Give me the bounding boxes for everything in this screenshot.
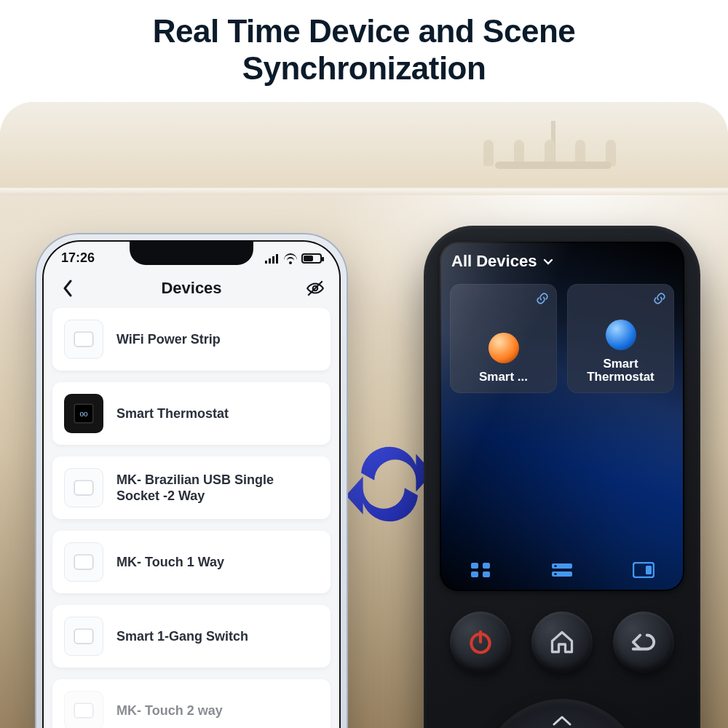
device-thumb [64,617,103,656]
device-dot-icon [488,333,519,363]
tile-label: Smart Thermostat [576,357,665,384]
status-time: 17:26 [61,250,95,266]
device-label: WiFi Power Strip [116,331,221,348]
device-label: MK- Touch 2 way [116,703,223,719]
device-thumb [64,691,103,728]
svg-rect-7 [74,629,93,644]
phone-frame: 17:26 Devices WiFi Power Strip00Smart Th… [35,233,348,728]
device-label: MK- Touch 1 Way [116,554,224,571]
dpad[interactable] [478,699,646,728]
remote-dropdown-label: All Devices [451,252,537,271]
link-icon [535,291,550,309]
remote-hard-buttons [440,612,684,673]
device-label: Smart 1-Gang Switch [116,628,248,645]
screen-title: Devices [161,279,221,298]
device-dot-icon [606,320,636,350]
power-button[interactable] [450,612,511,673]
nav-panel-icon[interactable] [627,559,660,581]
return-button[interactable] [613,612,674,673]
chevron-down-icon [542,256,554,267]
page-title: Real Time Device and Scene Synchronizati… [0,0,728,92]
device-label: Smart Thermostat [116,405,229,422]
phone-notch [130,240,253,265]
background-scene: 17:26 Devices WiFi Power Strip00Smart Th… [0,102,728,728]
device-row[interactable]: MK- Brazilian USB Single Socket -2 Way [52,456,331,519]
svg-rect-9 [471,563,478,569]
svg-rect-18 [646,566,652,574]
device-thumb: 00 [64,394,103,433]
device-tiles: Smart ...Smart Thermostat [450,284,674,393]
nav-grid-icon[interactable] [464,559,497,581]
svg-rect-10 [483,563,490,569]
device-thumb [64,468,103,507]
home-button[interactable] [531,612,593,673]
device-tile[interactable]: Smart ... [450,284,557,393]
device-row[interactable]: WiFi Power Strip [52,308,331,371]
tile-label: Smart ... [459,371,548,384]
dpad-up-icon[interactable] [551,713,573,728]
svg-point-16 [554,573,556,575]
svg-text:00: 00 [79,410,88,418]
svg-rect-12 [483,571,490,577]
remote-screen[interactable]: All Devices Smart ...Smart Thermostat [440,242,684,591]
remote-dropdown[interactable]: All Devices [451,252,554,271]
cellular-icon [265,253,280,264]
device-thumb [64,542,103,582]
device-row[interactable]: MK- Touch 2 way [52,679,331,728]
visibility-toggle[interactable] [306,279,325,298]
sync-icon [342,437,437,531]
nav-list-icon[interactable] [545,559,579,581]
svg-rect-8 [74,703,93,718]
link-icon [652,291,667,309]
device-tile[interactable]: Smart Thermostat [567,284,674,393]
device-list[interactable]: WiFi Power Strip00Smart ThermostatMK- Br… [42,308,341,728]
svg-rect-11 [471,571,478,577]
app-header: Devices [42,266,341,308]
svg-rect-6 [74,555,93,569]
device-label: MK- Brazilian USB Single Socket -2 Way [116,472,319,505]
device-thumb [64,320,103,359]
svg-rect-2 [74,332,93,347]
device-row[interactable]: Smart 1-Gang Switch [52,605,331,668]
svg-point-15 [554,565,556,567]
remote-frame: All Devices Smart ...Smart Thermostat [424,226,700,728]
device-row[interactable]: 00Smart Thermostat [52,382,331,445]
svg-rect-5 [74,480,93,495]
back-button[interactable] [58,279,77,298]
remote-bottom-nav [440,559,684,581]
battery-icon [301,253,322,264]
phone-screen: 17:26 Devices WiFi Power Strip00Smart Th… [42,240,341,728]
wifi-icon [284,253,297,264]
device-row[interactable]: MK- Touch 1 Way [52,531,331,593]
